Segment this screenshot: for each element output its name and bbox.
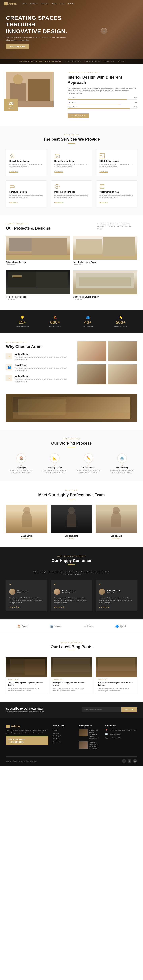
footer-link-0[interactable]: About Us	[53, 729, 75, 731]
services-section: What We Do The best Services We Provide …	[0, 126, 143, 215]
project-name-3: Orian Home Studio Interior	[73, 296, 137, 298]
projects-title: Our Projects & Designs	[6, 226, 50, 231]
project-card-0[interactable]: D-Orea Home Interior Home Interior	[6, 236, 70, 267]
service-icon-home	[10, 153, 15, 159]
why-item-0: ✦ Modern Design Lorem ipsum dolor sit am…	[6, 353, 72, 361]
stat-0: 😊 15+ Clients Satisfactory	[6, 313, 39, 329]
stat-icon-2: 👥	[73, 316, 102, 319]
footer-blog-img-0	[79, 729, 87, 736]
footer-brand: A Artima Lorem ipsum dolor sit amet, con…	[6, 725, 48, 752]
service-link-3[interactable]: Read More >	[10, 201, 18, 203]
process-step-3: ⚙️ 04 Start Working Lorem ipsum dolor si…	[106, 453, 137, 474]
svg-rect-4	[10, 186, 14, 188]
team-image-1	[51, 505, 92, 533]
main-nav: Home About Us Services Pages Blog Contac…	[22, 3, 75, 5]
footer-link-3[interactable]: Our Team	[53, 738, 75, 740]
blog-title: Our Latest Blog Posts	[6, 644, 137, 649]
service-link-5[interactable]: Read More >	[99, 201, 108, 203]
why-item-1: 👥 Expert Team Lorem ipsum dolor sit amet…	[6, 364, 72, 372]
service-card-3: Furniture's Design Lorem ipsum dolor sit…	[6, 180, 47, 207]
why-images	[78, 341, 137, 386]
slide-nav-0[interactable]: Creating Spaces Through Innovative Desig…	[19, 60, 62, 62]
why-subtitle: Why Choose Us	[6, 341, 72, 343]
why-content: Why Choose Us Why Choose Artima ✦ Modern…	[6, 341, 72, 386]
blog-card-0[interactable]: March 12, 2024 Transforming Spaces Capti…	[6, 657, 48, 694]
footer-link-1[interactable]: Services	[53, 732, 75, 734]
service-link-4[interactable]: Read More >	[54, 201, 63, 203]
why-img-1	[108, 341, 137, 361]
nav-services[interactable]: Services	[41, 3, 49, 5]
social-facebook[interactable]: f	[122, 759, 126, 763]
nav-blog[interactable]: Blog	[60, 3, 64, 5]
stars-2: ★★★★★	[99, 606, 134, 608]
stat-2: 👥 40+ Team Members	[72, 313, 104, 329]
project-image-2	[6, 270, 70, 294]
social-instagram[interactable]: in	[133, 759, 137, 763]
blog-section: News & Articles Our Latest Blog Posts Ma…	[0, 633, 143, 702]
footer-recent-posts: Recent Posts Transforming Spaces Captiva…	[79, 725, 100, 752]
testimonial-avatar-0	[9, 589, 16, 595]
newsletter-subtitle: Get the latest news and articles to your…	[6, 711, 45, 713]
svg-rect-0	[55, 155, 59, 158]
process-steps: 🏠 01 Visit Project Lorem ipsum dolor sit…	[6, 453, 137, 474]
partner-2: ✦ Intaz	[84, 624, 93, 628]
project-name-2: Home Corner Interior	[6, 296, 70, 298]
why-img-0	[78, 341, 106, 361]
footer-useful-links: Useful Links About Us Services Our Proje…	[53, 725, 75, 752]
services-title: The best Services We Provide	[6, 137, 137, 142]
footer-link-4[interactable]: Contact Us	[53, 741, 75, 743]
footer-blog-item-0[interactable]: Transforming Spaces Captivating Hearts M…	[79, 729, 100, 740]
blog-image-1	[51, 657, 92, 677]
project-card-1[interactable]: Luxe Living Home Decor Home Decor	[73, 236, 137, 267]
footer-link-2[interactable]: Our Projects	[53, 735, 75, 737]
quote-icon-0: "	[9, 583, 44, 587]
blog-card-1[interactable]: March 15, 2024 Reimagine Living Space wi…	[51, 657, 92, 694]
project-card-3[interactable]: Orian Home Studio Interior Home Interior	[73, 270, 137, 302]
nav-about[interactable]: About Us	[30, 3, 38, 5]
process-subtitle: Our Process	[6, 438, 137, 440]
newsletter-subscribe-button[interactable]: Subscribe	[121, 707, 137, 712]
partners-list: 🏠 Desi 🏛️ Mano ✦ Intaz 🔷 Qanf	[6, 624, 137, 628]
about-learn-more-button[interactable]: Learn More >	[68, 113, 89, 118]
social-twitter[interactable]: t	[127, 759, 132, 763]
hero-scroll-button[interactable]: +	[101, 28, 107, 34]
slide-nav-3[interactable]: Furniture	[105, 60, 114, 62]
hero-cta-button[interactable]: Discover More	[6, 44, 29, 49]
slide-nav-2[interactable]: Exterior Design	[85, 60, 101, 62]
footer-grid: A Artima Lorem ipsum dolor sit amet, con…	[6, 725, 137, 752]
project-card-2[interactable]: Home Corner Interior Home Interior	[6, 270, 70, 302]
project-image-3	[73, 270, 137, 294]
nav-contact[interactable]: Contact	[67, 3, 75, 5]
logo[interactable]: A Artima	[4, 2, 16, 5]
testimonials-subtitle: Our Happy Customer	[6, 555, 137, 557]
team-image-2	[95, 505, 137, 533]
testimonial-card-0: " Experienced Client It is a long establ…	[6, 579, 48, 611]
process-section: Our Process Our Working Process 🏠 01 Vis…	[0, 430, 143, 482]
service-link-0[interactable]: Read More >	[10, 171, 18, 173]
service-link-1[interactable]: Read More >	[54, 171, 63, 173]
partner-0: 🏠 Desi	[17, 624, 27, 628]
blog-card-2[interactable]: March 18, 2024 How to Choose the Right C…	[95, 657, 137, 694]
why-img-2	[78, 364, 106, 384]
service-icon-plan	[99, 184, 105, 189]
service-link-2[interactable]: Read More >	[99, 171, 108, 173]
project-image-0	[6, 236, 70, 259]
process-step-0: 🏠 01 Visit Project Lorem ipsum dolor sit…	[6, 453, 37, 474]
process-icon-2: ✏️	[84, 453, 93, 463]
services-divider	[68, 143, 75, 143]
testimonial-card-1: " Natalia Martinez Home Owner It is a lo…	[51, 579, 92, 611]
svg-rect-5	[10, 185, 14, 186]
progress-value-1: 75%	[134, 102, 137, 103]
slide-nav-4[interactable]: Decor	[118, 60, 124, 62]
blog-grid: March 12, 2024 Transforming Spaces Capti…	[6, 657, 137, 694]
nav-pages[interactable]: Pages	[52, 3, 57, 5]
stat-icon-0: 😊	[8, 316, 37, 319]
newsletter-email-input[interactable]	[82, 707, 121, 712]
footer-contact-email: ✉️ info@artima.com	[105, 733, 137, 735]
footer-blog-item-1[interactable]: Reimagine Living Space with Modern March…	[79, 741, 100, 750]
footer-support-phone[interactable]: +1-234-567-8901	[8, 741, 46, 743]
slide-nav-1[interactable]: Interior Design	[65, 60, 81, 62]
footer-contact-address: 📍 123 Design Street, New York, NY 10001	[105, 729, 137, 731]
nav-home[interactable]: Home	[22, 3, 27, 5]
process-divider	[68, 447, 75, 447]
